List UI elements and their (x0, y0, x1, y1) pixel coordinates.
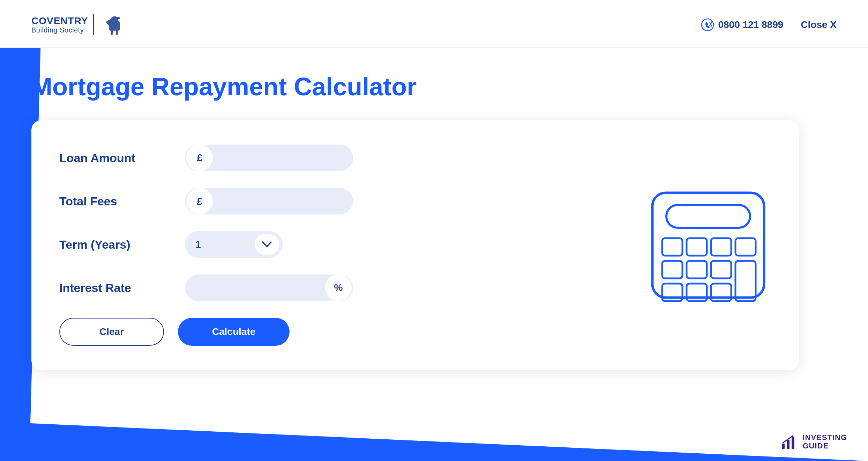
watermark-guide: GUIDE (802, 442, 847, 450)
interest-rate-label: Interest Rate (59, 281, 185, 295)
svg-rect-14 (782, 444, 785, 449)
header: COVENTRY Building Society (0, 0, 868, 48)
svg-rect-8 (687, 261, 707, 278)
total-fees-prefix: £ (186, 188, 213, 214)
phone-icon (701, 19, 714, 31)
phone-number: 0800 121 8899 (718, 19, 783, 30)
loan-amount-input[interactable] (214, 152, 353, 163)
buttons-row: Clear Calculate (59, 318, 373, 346)
loan-amount-prefix: £ (186, 145, 213, 171)
chevron-down-icon (262, 241, 272, 248)
svg-rect-4 (687, 238, 707, 256)
svg-rect-9 (711, 261, 731, 278)
svg-rect-6 (735, 238, 756, 256)
form-section: Loan Amount £ Total Fees £ Ter (59, 145, 373, 346)
horse-icon (99, 13, 124, 37)
page-wrapper: COVENTRY Building Society (0, 0, 868, 461)
interest-rate-wrapper: % (185, 275, 353, 301)
total-fees-input[interactable] (214, 196, 353, 207)
svg-rect-5 (711, 238, 731, 256)
page-title: Mortgage Repayment Calculator (31, 72, 837, 101)
loan-amount-wrapper: £ (185, 145, 353, 171)
svg-rect-10 (735, 261, 756, 301)
interest-rate-suffix: % (325, 275, 352, 301)
calculate-button[interactable]: Calculate (178, 318, 290, 346)
svg-rect-15 (787, 440, 790, 449)
svg-rect-2 (666, 205, 750, 228)
svg-rect-3 (662, 238, 682, 256)
total-fees-wrapper: £ (185, 188, 353, 214)
term-label: Term (Years) (59, 238, 185, 251)
term-row: Term (Years) 1 (59, 231, 373, 258)
watermark-text: INVESTING GUIDE (802, 433, 847, 450)
clear-button[interactable]: Clear (59, 318, 164, 346)
logo-brand: COVENTRY (31, 16, 88, 27)
total-fees-label: Total Fees (59, 195, 185, 208)
logo-subtitle: Building Society (31, 26, 88, 34)
interest-rate-input[interactable] (185, 282, 324, 293)
term-dropdown-button[interactable] (255, 234, 279, 255)
logo-text: COVENTRY Building Society (31, 16, 88, 34)
term-value: 1 (195, 239, 255, 250)
calculator-illustration (645, 186, 771, 305)
svg-rect-7 (662, 261, 682, 278)
phone-area: 0800 121 8899 (701, 19, 783, 31)
investing-guide-icon (780, 433, 798, 451)
bg-blue-bottom (0, 363, 868, 461)
loan-amount-row: Loan Amount £ (59, 145, 373, 171)
svg-rect-16 (792, 437, 794, 449)
calculator-card: Loan Amount £ Total Fees £ Ter (31, 120, 799, 370)
watermark: INVESTING GUIDE (780, 433, 847, 451)
total-fees-row: Total Fees £ (59, 188, 373, 214)
logo-area: COVENTRY Building Society (31, 13, 124, 37)
watermark-investing: INVESTING (802, 433, 847, 442)
header-right: 0800 121 8899 Close X (701, 19, 837, 31)
interest-rate-row: Interest Rate % (59, 275, 373, 301)
main-content: Mortgage Repayment Calculator Loan Amoun… (0, 48, 868, 370)
close-button[interactable]: Close X (801, 19, 837, 30)
logo-divider (93, 14, 94, 35)
term-wrapper: 1 (185, 231, 283, 258)
loan-amount-label: Loan Amount (59, 151, 185, 165)
